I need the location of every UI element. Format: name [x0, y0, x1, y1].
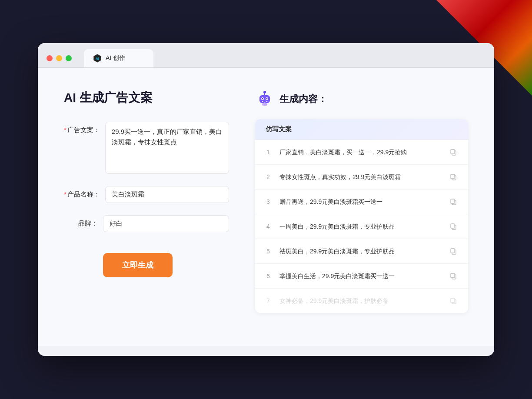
tab-icon: AI	[93, 53, 102, 63]
result-num: 7	[264, 297, 273, 304]
browser-window: AI AI 创作 AI 生成广告文案 *广告文案： *产品名称：	[38, 43, 494, 356]
product-name-required-star: *	[64, 190, 66, 198]
generate-button[interactable]: 立即生成	[103, 253, 173, 277]
copy-button[interactable]	[447, 270, 459, 282]
left-panel: AI 生成广告文案 *广告文案： *产品名称： 品牌： 立	[64, 90, 229, 320]
svg-point-7	[262, 98, 263, 100]
result-item: 6 掌握美白生活，29.9元美白淡斑霜买一送一	[255, 264, 468, 289]
result-num: 5	[264, 248, 273, 255]
svg-point-2	[263, 91, 266, 93]
result-num: 3	[264, 198, 273, 205]
product-name-input[interactable]	[105, 186, 229, 203]
copy-button[interactable]	[447, 171, 459, 183]
page-title: AI 生成广告文案	[64, 90, 229, 106]
result-item: 4 一周美白，29.9元美白淡斑霜，专业护肤品	[255, 214, 468, 239]
result-num: 1	[264, 149, 273, 156]
svg-rect-9	[262, 103, 267, 106]
svg-rect-13	[451, 174, 455, 179]
brand-input[interactable]	[103, 215, 229, 232]
svg-rect-19	[451, 249, 455, 253]
browser-content: AI 生成广告文案 *广告文案： *产品名称： 品牌： 立	[38, 68, 494, 346]
window-maximize-button[interactable]	[66, 55, 72, 61]
copy-button[interactable]	[447, 295, 459, 307]
copy-button[interactable]	[447, 196, 459, 208]
ad-copy-input[interactable]	[105, 122, 229, 174]
result-item: 5 祛斑美白，29.9元美白淡斑霜，专业护肤品	[255, 239, 468, 264]
copy-button[interactable]	[447, 146, 459, 158]
browser-tab[interactable]: AI AI 创作	[84, 49, 153, 67]
product-name-group: *产品名称：	[64, 186, 229, 203]
result-num: 2	[264, 173, 273, 180]
result-item: 7 女神必备，29.9元美白淡斑霜，护肤必备	[255, 289, 468, 313]
result-item: 1 厂家直销，美白淡斑霜，买一送一，29.9元抢购	[255, 140, 468, 165]
copy-button[interactable]	[447, 220, 459, 233]
svg-point-8	[266, 98, 268, 100]
ad-copy-label: *广告文案：	[64, 122, 105, 134]
result-text: 祛斑美白，29.9元美白淡斑霜，专业护肤品	[279, 247, 440, 256]
result-text: 一周美白，29.9元美白淡斑霜，专业护肤品	[279, 222, 440, 231]
result-text: 掌握美白生活，29.9元美白淡斑霜买一送一	[279, 272, 440, 281]
result-header: 生成内容：	[255, 90, 468, 109]
result-text: 女神必备，29.9元美白淡斑霜，护肤必备	[279, 296, 440, 306]
brand-label: 品牌：	[64, 215, 103, 228]
window-controls	[47, 55, 72, 61]
result-text: 厂家直销，美白淡斑霜，买一送一，29.9元抢购	[279, 148, 440, 157]
result-title: 生成内容：	[279, 93, 327, 106]
right-panel: 生成内容： 仿写文案 1 厂家直销，美白淡斑霜，买一送一，29.9元抢购 2 专…	[255, 90, 468, 320]
window-close-button[interactable]	[47, 55, 53, 61]
result-list: 1 厂家直销，美白淡斑霜，买一送一，29.9元抢购 2 专抹女性斑点，真实功效，…	[255, 140, 468, 313]
result-card-header: 仿写文案	[255, 119, 468, 140]
svg-text:AI: AI	[96, 57, 99, 61]
browser-chrome: AI AI 创作	[38, 43, 494, 68]
robot-icon	[255, 90, 274, 109]
ad-copy-group: *广告文案：	[64, 122, 229, 174]
result-num: 4	[264, 223, 273, 230]
result-item: 2 专抹女性斑点，真实功效，29.9元美白淡斑霜	[255, 165, 468, 190]
svg-rect-17	[451, 224, 455, 228]
result-text: 赠品再送，29.9元美白淡斑霜买一送一	[279, 197, 440, 206]
window-minimize-button[interactable]	[56, 55, 62, 61]
copy-button[interactable]	[447, 245, 459, 257]
result-num: 6	[264, 273, 273, 279]
result-text: 专抹女性斑点，真实功效，29.9元美白淡斑霜	[279, 173, 440, 182]
product-name-label: *产品名称：	[64, 186, 105, 199]
svg-rect-23	[451, 298, 455, 303]
result-card: 仿写文案 1 厂家直销，美白淡斑霜，买一送一，29.9元抢购 2 专抹女性斑点，…	[255, 119, 468, 313]
result-item: 3 赠品再送，29.9元美白淡斑霜买一送一	[255, 190, 468, 214]
brand-group: 品牌：	[64, 215, 229, 232]
svg-rect-15	[451, 199, 455, 203]
svg-rect-21	[451, 273, 455, 278]
svg-rect-11	[451, 150, 455, 154]
tab-title: AI 创作	[106, 54, 125, 62]
ad-copy-required-star: *	[64, 126, 66, 133]
